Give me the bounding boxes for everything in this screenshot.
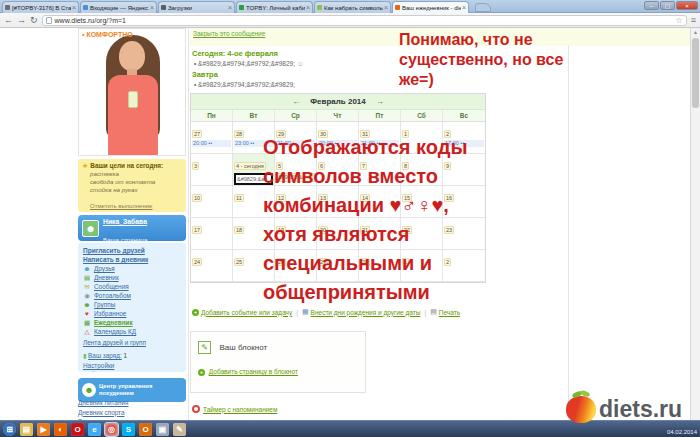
- scrollbar[interactable]: ▲: [690, 28, 700, 420]
- ad-model-face: [119, 41, 145, 71]
- window-icon[interactable]: ▣: [156, 423, 169, 436]
- tab-close-icon[interactable]: ×: [462, 4, 466, 11]
- tab-close-icon[interactable]: ×: [306, 4, 310, 11]
- event-time[interactable]: 20:00 ••: [192, 140, 231, 147]
- day-number: 4 - сегодня: [234, 162, 266, 170]
- close-button[interactable]: ×: [676, 1, 698, 10]
- browser-menu-icon[interactable]: ≡: [691, 15, 696, 25]
- browser-tab[interactable]: Загрузки×: [158, 1, 235, 13]
- browser-tab[interactable]: Входящие — Яндекс.По…×: [80, 1, 157, 13]
- tab-close-icon[interactable]: ×: [228, 4, 232, 11]
- calendar-cell[interactable]: 17: [191, 218, 233, 250]
- goals-box: ★ Ваши цели на сегодня: растяжкасвобода …: [78, 159, 186, 212]
- start-button[interactable]: ⊞: [3, 423, 16, 436]
- calendar-cell[interactable]: 24: [191, 250, 233, 282]
- url-text[interactable]: www.diets.ru/org/?m=1: [55, 17, 673, 24]
- page-icon: [46, 17, 52, 24]
- scroll-up-icon[interactable]: ▲: [691, 28, 700, 36]
- back-icon[interactable]: ←: [4, 14, 13, 27]
- person-icon: ☻: [82, 383, 96, 397]
- opera-icon[interactable]: O: [71, 423, 84, 436]
- logout-link[interactable]: Выйти: [83, 370, 181, 372]
- user-name-link[interactable]: Ника_Забава: [103, 218, 147, 225]
- day-number: 10: [192, 194, 202, 202]
- tab-title: Как набрать символы на…: [324, 5, 383, 11]
- explorer-icon[interactable]: ▤: [20, 423, 33, 436]
- day-number: 25: [234, 258, 244, 266]
- skype-icon[interactable]: S: [122, 423, 135, 436]
- prev-month-icon[interactable]: ←: [292, 97, 300, 106]
- add-notebook-page-link[interactable]: Добавить страницу в блокнот: [209, 368, 298, 375]
- mark-done-link[interactable]: Отметить выполнение: [90, 203, 152, 209]
- photos-icon: ◉: [83, 291, 91, 300]
- scrollbar-thumb[interactable]: [692, 38, 699, 108]
- action-add-birthdays[interactable]: ▦Внести дни рождения и другие даты: [302, 308, 420, 316]
- tab-close-icon[interactable]: ×: [150, 4, 154, 11]
- charge-link[interactable]: Ваш заряд:: [88, 352, 122, 359]
- planner-icon: ▦: [83, 318, 91, 327]
- settings-link[interactable]: Настройки: [83, 361, 181, 370]
- browser-tab[interactable]: TOPBY: Личный кабинет×: [236, 1, 313, 13]
- browser-tab[interactable]: Ваш ежедневник - diets…×: [392, 1, 469, 13]
- window-controls: − ▢ ×: [644, 1, 698, 10]
- next-month-icon[interactable]: →: [376, 97, 384, 106]
- chrome-icon[interactable]: ◎: [105, 423, 118, 436]
- tab-favicon: [395, 5, 400, 10]
- bookmark-star-icon[interactable]: ☆: [676, 16, 683, 25]
- browser-tab[interactable]: Как набрать символы на…×: [314, 1, 391, 13]
- media-player-icon[interactable]: ▶: [37, 423, 50, 436]
- day-name: Сб: [401, 110, 443, 121]
- write-diary-link[interactable]: Написать в дневник: [83, 255, 181, 264]
- separator: |: [424, 309, 426, 316]
- browser-tab[interactable]: [#TOPBY-3176] В Стати…×: [2, 1, 79, 13]
- tab-favicon: [161, 5, 166, 10]
- sidebar-link[interactable]: Дневник питания: [78, 398, 186, 408]
- system-clock[interactable]: 04.02.2014: [667, 429, 697, 435]
- ie-icon[interactable]: e: [88, 423, 101, 436]
- firefox-icon[interactable]: ◐: [54, 423, 67, 436]
- notebook-box: ✎ Ваш блокнот + Добавить страницу в блок…: [190, 331, 366, 393]
- action-add-event[interactable]: +Добавить событие или задачу: [192, 309, 292, 316]
- separator: |: [296, 309, 298, 316]
- sidebar-item-friends[interactable]: ☻Друзья: [83, 264, 181, 273]
- maximize-button[interactable]: ▢: [660, 1, 675, 10]
- add-birthdays-icon: ▦: [302, 308, 309, 316]
- sidebar-item-diary[interactable]: ▤Дневник: [83, 273, 181, 282]
- tab-close-icon[interactable]: ×: [72, 4, 76, 11]
- outlook-icon[interactable]: O: [139, 423, 152, 436]
- calendar-cell[interactable]: 10: [191, 186, 233, 218]
- ad-banner[interactable]: • КОМФОРТНО: [78, 28, 186, 156]
- sidebar-item-photos[interactable]: ◉Фотоальбом: [83, 291, 181, 300]
- new-tab-button[interactable]: [475, 3, 491, 12]
- user-page-link[interactable]: Ваша страница: [103, 236, 147, 243]
- friends-feed-link[interactable]: Лента друзей и групп: [83, 338, 181, 347]
- sidebar-link[interactable]: Дневник спорта: [78, 408, 186, 418]
- calendar-cell[interactable]: 3: [191, 154, 233, 186]
- close-message-link[interactable]: Закрыть это сообщение: [193, 30, 265, 37]
- day-name: Пт: [359, 110, 401, 121]
- sidebar-item-groups[interactable]: ☻Группы: [83, 300, 181, 309]
- diary-icon: ▤: [83, 273, 91, 282]
- timer-link[interactable]: Таймер с напоминанием: [203, 406, 277, 413]
- day-number: 18: [234, 226, 244, 234]
- calendar-cell[interactable]: 2720:00 ••: [191, 122, 233, 154]
- goal-list: растяжкасвобода от контактастойка на рук…: [82, 170, 182, 194]
- action-label: Печать: [439, 309, 460, 316]
- tab-favicon: [239, 5, 244, 10]
- forward-icon[interactable]: →: [17, 14, 26, 27]
- sidebar-item-planner[interactable]: ▦Ежедневник: [83, 318, 181, 327]
- avatar[interactable]: ☻: [82, 220, 99, 237]
- plus-icon: +: [192, 309, 199, 316]
- annotation-line: Отображаются коды: [263, 133, 523, 162]
- reload-icon[interactable]: ↻: [30, 14, 38, 27]
- invite-friends-link[interactable]: Пригласить друзей: [83, 246, 181, 255]
- sidebar: • КОМФОРТНО ★ Ваши цели на сегодня: раст…: [78, 28, 186, 420]
- paint-icon[interactable]: ✎: [173, 423, 186, 436]
- sidebar-item-messages[interactable]: ✉Сообщения: [83, 282, 181, 291]
- address-bar[interactable]: www.diets.ru/org/?m=1 ☆: [42, 15, 687, 26]
- sidebar-item-favorites[interactable]: ♥Избранное: [83, 309, 181, 318]
- sidebar-item-calendar-kd[interactable]: △Календарь КД: [83, 327, 181, 336]
- tab-close-icon[interactable]: ×: [384, 4, 388, 11]
- minimize-button[interactable]: −: [644, 1, 659, 10]
- action-print[interactable]: ▤Печать: [430, 308, 460, 316]
